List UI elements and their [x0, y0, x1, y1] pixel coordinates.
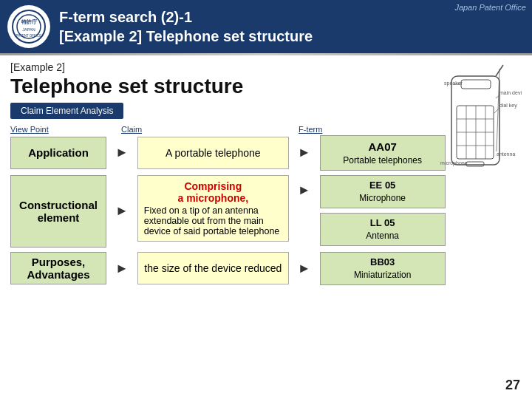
svg-line-21 [494, 108, 499, 113]
page-number: 27 [505, 378, 520, 393]
fterm-label: Antenna [366, 230, 399, 242]
fterm-label: Miniaturization [354, 269, 411, 282]
svg-text:antenna: antenna [497, 151, 515, 157]
arrow-icon: ► [298, 183, 311, 198]
table-row: Constructional element ► Comprisinga mic… [10, 175, 522, 248]
claim-comprising-text: Comprisinga microphone, [177, 180, 248, 204]
fterm-code: AA07 [368, 139, 396, 154]
svg-text:特許庁: 特許庁 [21, 18, 38, 24]
arrow-icon: ► [298, 261, 311, 276]
claim-analysis-button[interactable]: Claim Element Analysis [10, 103, 123, 119]
col-header-viewpoint: View Point [10, 125, 106, 134]
logo-icon: 特許庁 JAPAN PATENT OFFICE [11, 9, 47, 44]
phone-image: speaker main device dial key microphone … [426, 61, 522, 180]
claim-antenna-text: Fixed on a tip of an antenna extendable … [144, 205, 282, 236]
fterm-ll05: LL 05 Antenna [320, 213, 446, 246]
main-content: speaker main device dial key microphone … [0, 55, 532, 294]
fterm-ee05: EE 05 Microphone [320, 175, 446, 208]
claim-size-reduced: the size of the device reduced [137, 252, 289, 284]
svg-rect-15 [466, 162, 484, 166]
table-row: Purposes, Advantages ► the size of the d… [10, 252, 522, 285]
arrow-icon: ► [298, 145, 311, 160]
svg-text:microphone: microphone [440, 160, 468, 166]
svg-text:speaker: speaker [444, 81, 463, 86]
fterm-code: LL 05 [370, 216, 395, 230]
jpo-label: Japan Patent Office [454, 3, 526, 12]
header-title-line2: [Example 2] Telephone set structure [59, 27, 313, 46]
logo: 特許庁 JAPAN PATENT OFFICE [7, 5, 50, 48]
viewpoint-application: Application [10, 137, 106, 169]
fterm-code: BB03 [370, 256, 395, 269]
header-title-line1: F-term search (2)-1 [59, 7, 313, 27]
arrow-icon: ► [115, 145, 129, 160]
fterm-col-3: BB03 Miniaturization [320, 252, 446, 285]
fterm-code: EE 05 [369, 179, 395, 192]
fterm-col-2: EE 05 Microphone LL 05 Antenna [320, 175, 446, 246]
arrow-icon: ► [115, 203, 129, 219]
claim-comprising: Comprisinga microphone, Fixed on a tip o… [137, 175, 289, 242]
svg-text:JAPAN: JAPAN [22, 27, 35, 32]
header-title-block: F-term search (2)-1 [Example 2] Telephon… [59, 7, 313, 46]
svg-rect-6 [461, 80, 491, 89]
fterm-bb03: BB03 Miniaturization [320, 252, 446, 285]
col-header-fterm: F-term [299, 125, 432, 134]
svg-rect-5 [451, 76, 499, 165]
arrow-icon: ► [115, 261, 129, 276]
viewpoint-purposes: Purposes, Advantages [10, 252, 106, 284]
viewpoint-constructional: Constructional element [10, 175, 106, 248]
claim-portable-telephone: A portable telephone [137, 137, 289, 169]
svg-text:main device: main device [499, 90, 522, 95]
col-header-claim: Claim [121, 125, 276, 134]
svg-text:dial key: dial key [499, 103, 517, 109]
fterm-label: Microphone [359, 192, 406, 205]
svg-text:PATENT OFFICE: PATENT OFFICE [16, 34, 42, 38]
header: 特許庁 JAPAN PATENT OFFICE F-term search (2… [0, 0, 532, 53]
fterm-label: Portable telephones [343, 154, 422, 167]
